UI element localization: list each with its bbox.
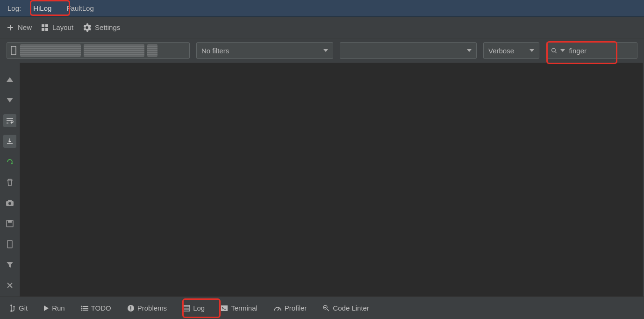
- svg-rect-14: [8, 220, 12, 223]
- svg-rect-22: [83, 306, 88, 307]
- device-button[interactable]: [3, 238, 16, 251]
- plus-icon: [7, 24, 14, 31]
- svg-rect-28: [130, 306, 131, 309]
- process-dropdown[interactable]: [340, 42, 477, 59]
- bottom-log-label: Log: [193, 304, 205, 312]
- trash-icon: [6, 178, 14, 187]
- refresh-button[interactable]: [3, 155, 16, 168]
- bottom-git[interactable]: Git: [7, 302, 30, 314]
- device-icon: [10, 46, 17, 55]
- settings-button[interactable]: Settings: [83, 23, 120, 32]
- new-button[interactable]: New: [7, 23, 32, 31]
- bottom-terminal[interactable]: Terminal: [218, 302, 260, 314]
- chevron-down-icon: [530, 49, 534, 52]
- log-output-view[interactable]: [20, 63, 643, 297]
- lint-icon: [322, 304, 330, 312]
- svg-rect-2: [42, 28, 44, 31]
- svg-point-11: [8, 202, 11, 205]
- settings-label: Settings: [95, 23, 120, 31]
- search-field[interactable]: [546, 42, 637, 59]
- bottom-git-label: Git: [19, 304, 28, 312]
- svg-rect-3: [45, 28, 48, 31]
- filter-toolbar: No filters Verbose: [0, 38, 644, 63]
- log-icon: [183, 305, 190, 312]
- arrow-down-icon: [7, 98, 13, 102]
- bottom-codelinter-label: Code Linter: [333, 304, 369, 312]
- bottom-todo[interactable]: TODO: [78, 302, 114, 314]
- softwrap-button[interactable]: [3, 114, 16, 127]
- export-button[interactable]: [3, 135, 16, 148]
- clear-button[interactable]: [3, 176, 16, 189]
- filter-button[interactable]: [3, 258, 16, 271]
- filters-dropdown[interactable]: No filters: [196, 42, 333, 59]
- svg-rect-4: [11, 46, 16, 55]
- search-input[interactable]: [569, 47, 632, 55]
- svg-point-19: [10, 310, 12, 312]
- blurred-device-id: [84, 44, 144, 57]
- screenshot-button[interactable]: [3, 196, 16, 210]
- svg-marker-20: [44, 305, 49, 311]
- svg-rect-34: [221, 305, 228, 311]
- list-icon: [81, 305, 88, 311]
- svg-rect-1: [45, 24, 48, 27]
- bottom-toolbar: Git Run TODO Problems Log Terminal Profi…: [0, 297, 644, 319]
- save-icon: [6, 220, 14, 227]
- svg-marker-16: [7, 262, 13, 268]
- bottom-codelinter[interactable]: Code Linter: [320, 302, 372, 314]
- bottom-profiler-label: Profiler: [285, 304, 307, 312]
- terminal-icon: [221, 305, 228, 312]
- chevron-down-icon: [560, 49, 565, 52]
- svg-line-6: [555, 51, 557, 53]
- bottom-log[interactable]: Log: [180, 302, 208, 314]
- branch-icon: [9, 304, 16, 312]
- bottom-todo-label: TODO: [91, 304, 111, 312]
- svg-point-25: [81, 309, 82, 311]
- svg-line-36: [278, 308, 279, 311]
- svg-point-37: [323, 305, 327, 309]
- log-tabbar: Log: HiLog FaultLog: [0, 0, 644, 17]
- tab-hilog[interactable]: HiLog: [29, 2, 56, 14]
- svg-point-18: [13, 306, 15, 308]
- save-button[interactable]: [3, 217, 16, 230]
- loglevel-dropdown[interactable]: Verbose: [483, 42, 539, 59]
- log-label: Log:: [7, 4, 21, 12]
- arrow-up-icon: [7, 77, 13, 82]
- bottom-profiler[interactable]: Profiler: [271, 302, 310, 314]
- svg-marker-8: [7, 98, 13, 102]
- blurred-chunk: [147, 44, 157, 57]
- scroll-up-button[interactable]: [3, 73, 16, 86]
- svg-point-21: [81, 305, 82, 307]
- warning-icon: [127, 304, 135, 312]
- blurred-device-name: [20, 44, 81, 57]
- bottom-terminal-label: Terminal: [231, 304, 258, 312]
- svg-line-38: [327, 309, 329, 311]
- wrap-icon: [6, 117, 14, 124]
- grid-icon: [41, 24, 49, 31]
- svg-marker-7: [7, 77, 13, 82]
- tab-faultlog[interactable]: FaultLog: [62, 2, 98, 14]
- main-area: [0, 63, 644, 297]
- refresh-icon: [6, 158, 14, 166]
- close-icon: [7, 282, 13, 289]
- log-left-toolbar: [0, 63, 20, 297]
- action-toolbar: New Layout Settings: [0, 17, 644, 38]
- svg-point-17: [10, 304, 12, 306]
- bottom-problems[interactable]: Problems: [124, 302, 170, 314]
- loglevel-dropdown-label: Verbose: [488, 47, 514, 55]
- svg-rect-24: [83, 308, 88, 309]
- bottom-problems-label: Problems: [137, 304, 167, 312]
- search-icon: [551, 47, 557, 54]
- gauge-icon: [273, 305, 282, 311]
- layout-button[interactable]: Layout: [41, 23, 73, 31]
- new-label: New: [18, 23, 32, 31]
- chevron-down-icon: [467, 49, 472, 52]
- scroll-down-button[interactable]: [3, 94, 16, 107]
- close-button[interactable]: [3, 279, 16, 292]
- bottom-run[interactable]: Run: [41, 302, 68, 314]
- svg-point-5: [552, 48, 556, 52]
- play-icon: [43, 305, 49, 312]
- device-selector[interactable]: [7, 42, 190, 59]
- svg-marker-9: [11, 163, 13, 165]
- svg-rect-26: [83, 310, 88, 311]
- svg-point-23: [81, 307, 82, 309]
